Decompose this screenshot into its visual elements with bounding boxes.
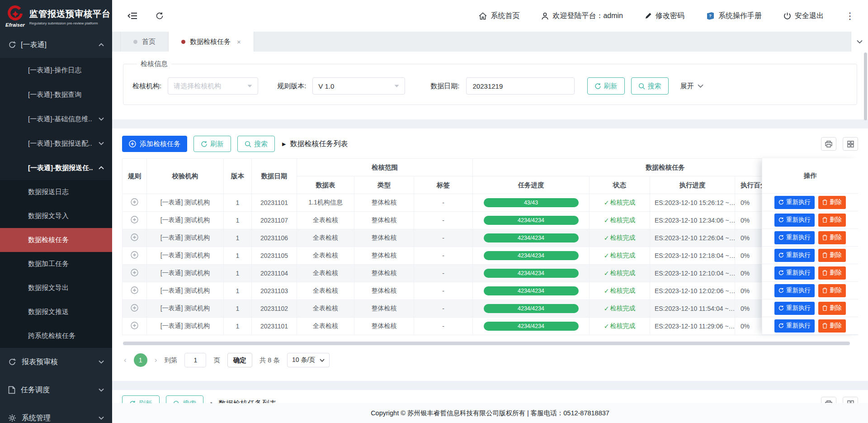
nav-manual[interactable]: ? 系统操作手册 — [706, 11, 762, 21]
next-page-icon[interactable]: › — [155, 356, 157, 365]
brand-name: Efraiser — [5, 22, 25, 28]
check-icon: ✓ — [604, 217, 609, 224]
delete-button[interactable]: 删除 — [818, 231, 846, 244]
pencil-icon — [645, 12, 652, 19]
rerun-button[interactable]: 重新执行 — [774, 196, 815, 209]
sidebar-item-task-schedule[interactable]: 任务调度 — [0, 376, 112, 404]
expand-row-icon[interactable] — [131, 198, 138, 206]
goto-page-input[interactable] — [184, 353, 206, 367]
rerun-button[interactable]: 重新执行 — [774, 319, 815, 333]
sidebar-item-report-precheck[interactable]: 报表预审核 — [0, 348, 112, 376]
sidebar-item-report-task[interactable]: [一表通]-数据报送任.. — [0, 156, 112, 180]
chevron-down-icon — [99, 388, 104, 392]
nav-home[interactable]: 系统首页 — [479, 11, 519, 21]
column-settings-button[interactable] — [843, 137, 858, 151]
horizontal-scrollbar[interactable] — [123, 342, 857, 345]
version-select[interactable]: V 1.0 — [312, 77, 405, 95]
table-row: [一表通] 测试机构 1 20231101 全表检核 整体检核 - 4234/4… — [123, 318, 858, 335]
expand-row-icon[interactable] — [131, 304, 138, 312]
module-icon — [8, 41, 16, 49]
col-type: 类型 — [354, 176, 414, 194]
list-search-button[interactable]: 搜索 — [237, 136, 275, 152]
more-actions-icon[interactable]: ⋮ — [845, 10, 854, 21]
org-label: 检核机构: — [132, 82, 161, 90]
delete-button[interactable]: 删除 — [818, 284, 846, 297]
delete-button[interactable]: 删除 — [818, 196, 846, 209]
section-gap — [112, 119, 868, 128]
delete-button[interactable]: 删除 — [818, 214, 846, 227]
main-area: 系统首页 欢迎登陆平台：admin 修改密码 ? — [112, 0, 868, 423]
rerun-button[interactable]: 重新执行 — [774, 231, 815, 244]
nav-welcome-user[interactable]: 欢迎登陆平台：admin — [541, 11, 623, 21]
rerun-button[interactable]: 重新执行 — [774, 302, 815, 315]
sidebar-item-message-push[interactable]: 数据报文推送 — [0, 300, 112, 324]
home-icon — [479, 12, 487, 20]
action-column: 操作 重新执行 删除 重新执行 删除 重新执行 删除 — [762, 158, 858, 335]
prev-page-icon[interactable]: ‹ — [124, 356, 127, 365]
vertical-scrollbar-thumb[interactable] — [864, 52, 867, 120]
tab-home[interactable]: 首页 — [120, 32, 169, 52]
sidebar-item-message-export[interactable]: 数据报文导出 — [0, 276, 112, 300]
table-header-row: 规则 校验机构 版本 数据日期 检核范围 数据检核任务 — [123, 159, 858, 176]
sidebar-item-report-config[interactable]: [一表通]-数据报送配.. — [0, 131, 112, 156]
page-unit-label: 页 — [213, 356, 220, 365]
expand-filters-link[interactable]: 展开 — [680, 82, 703, 90]
sidebar-item-operation-log[interactable]: [一表通]-操作日志 — [0, 58, 112, 82]
sidebar-item-cross-system-check[interactable]: 跨系统检核任务 — [0, 324, 112, 348]
menu-fold-icon[interactable] — [127, 12, 137, 20]
close-tab-icon[interactable]: × — [237, 38, 241, 46]
nav-change-password[interactable]: 修改密码 — [645, 11, 684, 21]
table-row: [一表通] 测试机构 1 20231101 1.1机构信息 整体检核 - 43/… — [123, 194, 858, 212]
horizontal-scrollbar-thumb[interactable] — [123, 342, 850, 345]
status-badge: ✓检核完成 — [604, 304, 636, 313]
table-row: [一表通] 测试机构 1 20231106 全表检核 整体检核 - 4234/4… — [123, 229, 858, 247]
filter-refresh-button[interactable]: 刷新 — [587, 77, 625, 95]
nav-logout[interactable]: 安全退出 — [783, 11, 824, 21]
rerun-button[interactable]: 重新执行 — [774, 249, 815, 262]
sidebar-item-data-process-task[interactable]: 数据加工任务 — [0, 252, 112, 276]
delete-button[interactable]: 删除 — [818, 319, 846, 333]
expand-row-icon[interactable] — [131, 251, 138, 259]
expand-row-icon[interactable] — [131, 286, 138, 294]
sidebar-item-system-manage[interactable]: 系统管理 — [0, 404, 112, 423]
filter-section: 检核信息 检核机构: 请选择检核机构 规则版本: V 1.0 数据日期: — [112, 52, 868, 119]
refresh-page-icon[interactable] — [156, 12, 164, 20]
sidebar-item-data-query[interactable]: [一表通]-数据查询 — [0, 82, 112, 107]
tab-list-dropdown[interactable] — [851, 32, 868, 52]
pagination: ‹ 1 › 到第 页 确定 共 8 条 10 条/页 — [122, 345, 858, 375]
sidebar-item-message-import[interactable]: 数据报文导入 — [0, 204, 112, 228]
per-page-select[interactable]: 10 条/页 — [287, 353, 330, 367]
date-input[interactable] — [466, 77, 575, 95]
rerun-button[interactable]: 重新执行 — [774, 214, 815, 227]
org-select[interactable]: 请选择检核机构 — [168, 77, 258, 95]
delete-button[interactable]: 删除 — [818, 302, 846, 315]
col-date: 数据日期 — [252, 159, 297, 194]
expand-row-icon[interactable] — [131, 216, 138, 223]
row-actions: 重新执行 删除 — [762, 299, 858, 317]
sidebar-item-basic-info[interactable]: [一表通]-基础信息维.. — [0, 107, 112, 131]
chevron-down-icon — [99, 117, 104, 121]
brand-logo: Efraiser 监管报送预审核平台 Regulatory submission… — [0, 0, 112, 32]
rerun-button[interactable]: 重新执行 — [774, 266, 815, 280]
list-refresh-button[interactable]: 刷新 — [193, 136, 231, 152]
tab-data-check-task[interactable]: 数据检核任务 × — [169, 32, 254, 52]
delete-button[interactable]: 删除 — [818, 249, 846, 262]
sidebar-item-report-log[interactable]: 数据报送日志 — [0, 180, 112, 204]
col-exec: 执行进度 — [650, 176, 735, 194]
sidebar-item-data-check-task[interactable]: 数据检核任务 — [0, 228, 112, 252]
task-list-section: 添加检核任务 刷新 搜索 ▶ — [112, 128, 868, 381]
confirm-page-button[interactable]: 确定 — [227, 353, 252, 367]
row-actions: 重新执行 删除 — [762, 264, 858, 282]
expand-row-icon[interactable] — [131, 269, 138, 276]
col-rule: 规则 — [123, 159, 147, 194]
current-page[interactable]: 1 — [134, 353, 147, 367]
print-button[interactable] — [821, 137, 836, 151]
rerun-button[interactable]: 重新执行 — [774, 284, 815, 297]
filter-search-button[interactable]: 搜索 — [631, 77, 669, 95]
col-table: 数据表 — [297, 176, 354, 194]
expand-row-icon[interactable] — [131, 322, 138, 329]
delete-button[interactable]: 删除 — [818, 266, 846, 280]
expand-row-icon[interactable] — [131, 233, 138, 241]
sidebar-item-yibiaotong[interactable]: [一表通] — [0, 32, 112, 58]
add-check-task-button[interactable]: 添加检核任务 — [122, 136, 187, 152]
